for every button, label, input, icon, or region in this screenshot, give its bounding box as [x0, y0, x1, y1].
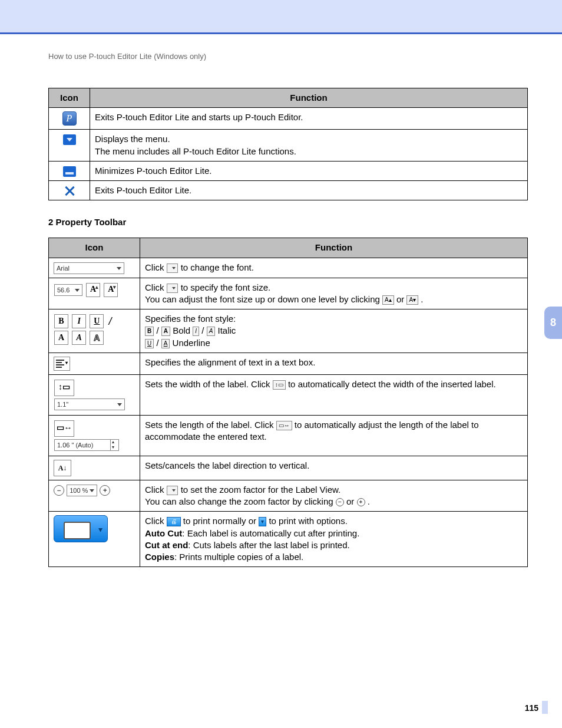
length-auto-icon: ▭↔ [276, 421, 292, 430]
dropdown-icon [167, 263, 178, 273]
text: Sets the width of the label. Click [145, 379, 273, 389]
text: Italic [218, 325, 236, 335]
table-row: − 100 % + Click to set the zoom factor f… [49, 480, 528, 512]
italic-i-icon: I [193, 327, 199, 336]
text: Click [145, 516, 167, 526]
print-icon: 🖨 [167, 517, 181, 526]
underline-button[interactable]: U [90, 314, 104, 328]
font-size-down-button[interactable]: A [104, 283, 118, 297]
table-row: ↕▭ 1.1" Sets the width of the label. Cli… [49, 374, 528, 415]
align-button[interactable]: ▾ [54, 357, 70, 371]
zoom-combo[interactable]: 100 % [67, 485, 97, 496]
table-row: Click 🖨 to print normally or ▾ to print … [49, 512, 528, 567]
zoom-in-button[interactable]: + [100, 485, 110, 496]
width-detect-icon: ↕▭ [273, 380, 286, 390]
table-row: ▭↔ 1.06 " (Auto) Sets the length of the … [49, 415, 528, 456]
minimize-icon [63, 166, 76, 177]
th-icon: Icon [49, 88, 90, 108]
outline-a-button[interactable]: A [90, 331, 104, 345]
italic-button[interactable]: I [72, 314, 86, 328]
fn-cell: Exits P-touch Editor Lite. [90, 181, 528, 200]
text: Specifies the font style: [145, 314, 236, 324]
property-toolbar-table: Icon Function Arial Click to change the … [48, 238, 528, 567]
th-icon: Icon [49, 238, 140, 258]
table-row: P Exits P-touch Editor Lite and starts u… [49, 108, 528, 130]
label: Copies [145, 552, 174, 562]
fn-cell: Minimizes P-touch Editor Lite. [90, 161, 528, 180]
text: . [368, 496, 370, 506]
table-row: Exits P-touch Editor Lite. [49, 181, 528, 200]
bold-button[interactable]: B [54, 314, 68, 328]
table-row: Minimizes P-touch Editor Lite. [49, 161, 528, 180]
font-size-combo[interactable]: 56.6 [54, 284, 82, 296]
text: You can adjust the font size up or down … [145, 294, 382, 304]
text: . [421, 294, 423, 304]
table-row: 56.6 A A Click to specify the font size.… [49, 278, 528, 309]
label: Cut at end [145, 540, 188, 550]
solid-a-button[interactable]: A [54, 331, 68, 345]
text: or [396, 294, 407, 304]
fn-cell: Displays the menu. The menu includes all… [90, 130, 528, 162]
dropdown-icon [167, 486, 178, 495]
toolbar-table-1: Icon Function P Exits P-touch Editor Lit… [48, 88, 528, 200]
breadcrumb: How to use P-touch Editor Lite (Windows … [48, 52, 528, 61]
divider-icon: / [108, 314, 113, 328]
table-row: A↓ Sets/cancels the label direction to v… [49, 456, 528, 480]
print-options-icon: ▾ [259, 517, 266, 526]
page-number: 115 [525, 702, 548, 715]
text: Click [145, 262, 167, 272]
text: Bold [173, 325, 193, 335]
text: or [346, 496, 357, 506]
text: Click [145, 485, 167, 495]
ptouch-editor-icon: P [62, 111, 77, 126]
zoom-out-button[interactable]: − [54, 485, 64, 496]
text: : Each label is automatically cut after … [182, 528, 359, 538]
width-select[interactable]: 1.1" [54, 398, 125, 410]
fn-cell: Exits P-touch Editor Lite and starts up … [90, 108, 528, 130]
text: to set the zoom factor for the Label Vie… [181, 485, 341, 495]
length-auto-button[interactable]: ▭↔ [54, 420, 74, 437]
italic-a-icon: A [207, 327, 216, 336]
text: Specifies the alignment of text in a tex… [140, 353, 528, 374]
text: Sets the length of the label. Click [145, 420, 276, 430]
zoom-out-icon: − [336, 498, 344, 506]
zoom-in-icon: + [357, 498, 365, 506]
text: : Prints multiple copies of a label. [174, 552, 303, 562]
text: : Cuts labels after the last label is pr… [188, 540, 349, 550]
length-input[interactable]: 1.06 " (Auto) [54, 439, 119, 451]
table-row: Displays the menu. The menu includes all… [49, 130, 528, 162]
text: Click [145, 282, 167, 292]
text: to change the font. [181, 262, 254, 272]
dropdown-icon [167, 284, 178, 293]
section-title: 2 Property Toolbar [48, 217, 528, 227]
bold-a-icon: A [161, 327, 170, 336]
text: to specify the font size. [181, 282, 271, 292]
table-row: Arial Click to change the font. [49, 258, 528, 278]
th-function: Function [140, 238, 528, 258]
chapter-tab: 8 [544, 307, 562, 339]
underline-a-icon: A [161, 339, 170, 348]
th-function: Function [90, 88, 528, 108]
size-up-icon: A▴ [382, 295, 394, 305]
font-select[interactable]: Arial [54, 262, 124, 274]
table-row: B I U / A A A Specifies the font style: … [49, 309, 528, 353]
menu-icon [63, 134, 76, 145]
font-size-up-button[interactable]: A [86, 283, 100, 297]
header-band [0, 0, 562, 34]
close-icon [64, 186, 75, 196]
size-down-icon: A▾ [406, 295, 418, 305]
italic-a-button[interactable]: A [72, 331, 86, 345]
text: Sets/cancels the label direction to vert… [140, 456, 528, 480]
text: to print with options. [269, 516, 347, 526]
label: Auto Cut [145, 528, 182, 538]
text: to print normally or [183, 516, 259, 526]
bold-b-icon: B [145, 327, 154, 336]
text: to automatically detect the width of the… [288, 379, 496, 389]
text: You can also change the zoom factor by c… [145, 496, 336, 506]
underline-u-icon: U [145, 339, 154, 348]
table-row: ▾ Specifies the alignment of text in a t… [49, 353, 528, 374]
vertical-button[interactable]: A↓ [54, 460, 71, 476]
width-detect-button[interactable]: ↕▭ [54, 380, 74, 396]
text: Underline [173, 338, 210, 348]
print-button[interactable] [54, 515, 108, 542]
